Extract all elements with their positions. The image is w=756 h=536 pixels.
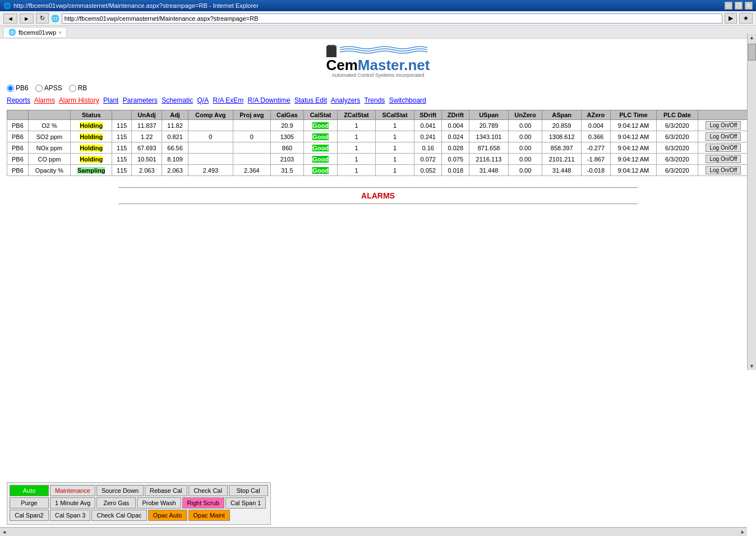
cell-unzero: 0.00 bbox=[508, 142, 542, 154]
check-cal-button[interactable]: Check Cal bbox=[188, 485, 228, 487]
cell-scalstat: 1 bbox=[376, 142, 414, 154]
nav-alarms[interactable]: Alarms bbox=[34, 96, 55, 104]
cell-status: Holding bbox=[71, 131, 112, 142]
cell-uspan: 871.658 bbox=[469, 142, 509, 154]
source-down-button[interactable]: Source Down bbox=[96, 485, 144, 487]
tab-bar: 🌐 fbcems01vwp × bbox=[0, 26, 756, 39]
cell-plc-date: 6/3/2020 bbox=[657, 131, 698, 142]
scroll-down-arrow[interactable]: ▼ bbox=[748, 362, 755, 370]
stop-cal-button[interactable]: Stop Cal bbox=[229, 485, 268, 487]
cell-proj-avg bbox=[233, 142, 271, 154]
browser-title: http://fbcems01vwp/cemmasternet/Maintena… bbox=[13, 2, 259, 9]
cell-aspan: 2101.211 bbox=[542, 154, 582, 165]
cell-col4: 115 bbox=[112, 120, 132, 131]
tab-label: fbcems01vwp bbox=[19, 29, 56, 36]
maintenance-button[interactable]: Maintenance bbox=[50, 485, 95, 487]
nav-ra-downtime[interactable]: R/A Downtime bbox=[248, 96, 291, 104]
cell-plc-time: 9:04:12 AM bbox=[610, 142, 656, 154]
nav-reports[interactable]: Reports bbox=[7, 96, 30, 104]
auto-button[interactable]: Auto bbox=[10, 485, 49, 487]
nav-switchboard[interactable]: Switchboard bbox=[389, 96, 426, 104]
close-button[interactable]: ✕ bbox=[745, 2, 753, 10]
status-badge: Holding bbox=[80, 145, 103, 151]
nav-status-edit[interactable]: Status Edit bbox=[294, 96, 327, 104]
log-on-off-button[interactable]: Log On/Off bbox=[706, 121, 741, 130]
radio-rb-label[interactable]: RB bbox=[69, 84, 87, 92]
table-row: PB6 Opacity % Sampling 115 2.063 2.063 2… bbox=[7, 165, 749, 176]
restore-button[interactable]: ❐ bbox=[735, 2, 743, 10]
cell-unadj: 1.22 bbox=[132, 131, 162, 142]
go-button[interactable]: ▶ bbox=[725, 13, 737, 24]
calstat-badge: Good bbox=[312, 133, 329, 140]
radio-apss[interactable] bbox=[35, 85, 43, 92]
nav-analyzers[interactable]: Analyzers bbox=[331, 96, 361, 104]
radio-apss-label[interactable]: APSS bbox=[35, 84, 62, 92]
log-on-off-button[interactable]: Log On/Off bbox=[706, 166, 741, 174]
refresh-button[interactable]: ↻ bbox=[36, 13, 49, 24]
forward-button[interactable]: ► bbox=[20, 13, 34, 24]
cell-site: PB6 bbox=[7, 120, 29, 131]
radio-pb6-label[interactable]: PB6 bbox=[7, 84, 29, 92]
scroll-thumb[interactable] bbox=[748, 44, 756, 61]
nav-ra-exem[interactable]: R/A ExEm bbox=[213, 96, 244, 104]
scrollbar-right[interactable]: ▲ ▼ bbox=[747, 34, 756, 370]
rebase-cal-button[interactable]: Rebase Cal bbox=[145, 485, 187, 487]
cell-zcalstat: 1 bbox=[337, 120, 375, 131]
cell-adj: 66.56 bbox=[162, 142, 188, 154]
cell-aspan: 1308.612 bbox=[542, 131, 582, 142]
cell-site: PB6 bbox=[7, 142, 29, 154]
cell-plc-time: 9:04:12 AM bbox=[610, 154, 656, 165]
calstat-badge: Good bbox=[312, 167, 329, 174]
scroll-up-arrow[interactable]: ▲ bbox=[748, 34, 755, 41]
nav-alarm-history[interactable]: Alarm History bbox=[59, 96, 99, 104]
cell-uspan: 20.789 bbox=[469, 120, 509, 131]
nav-trends[interactable]: Trends bbox=[364, 96, 385, 104]
cell-adj: 8.109 bbox=[162, 154, 188, 165]
tab-close-button[interactable]: × bbox=[58, 30, 61, 35]
th-calgas: CalGas bbox=[270, 110, 304, 120]
radio-pb6[interactable] bbox=[7, 85, 14, 92]
cell-col4: 115 bbox=[112, 142, 132, 154]
nav-qa[interactable]: Q/A bbox=[197, 96, 209, 104]
cell-action[interactable]: Log On/Off bbox=[698, 142, 749, 154]
radio-apss-text: APSS bbox=[44, 84, 62, 92]
nav-parameters[interactable]: Parameters bbox=[123, 96, 158, 104]
minimize-button[interactable]: — bbox=[725, 2, 732, 10]
cell-param: O2 % bbox=[28, 120, 70, 131]
cell-action[interactable]: Log On/Off bbox=[698, 131, 749, 142]
cell-scalstat: 1 bbox=[376, 154, 414, 165]
radio-rb[interactable] bbox=[69, 85, 76, 92]
log-on-off-button[interactable]: Log On/Off bbox=[706, 144, 741, 152]
cell-site: PB6 bbox=[7, 154, 29, 165]
cell-sdrift: 0.072 bbox=[414, 154, 442, 165]
browser-toolbar: ◄ ► ↻ 🌐 ▶ ★ bbox=[0, 11, 756, 26]
cell-zdrift: 0.028 bbox=[442, 142, 469, 154]
cell-action[interactable]: Log On/Off bbox=[698, 154, 749, 165]
table-body: PB6 O2 % Holding 115 11.837 11.82 20.9 G… bbox=[7, 120, 749, 176]
cell-zdrift: 0.024 bbox=[442, 131, 469, 142]
cell-unadj: 11.837 bbox=[132, 120, 162, 131]
cell-action[interactable]: Log On/Off bbox=[698, 120, 749, 131]
logo-net: .net bbox=[404, 57, 430, 73]
cell-aspan: 31.448 bbox=[542, 165, 582, 176]
cell-action[interactable]: Log On/Off bbox=[698, 165, 749, 176]
nav-plant[interactable]: Plant bbox=[103, 96, 118, 104]
logo-cem: Cem bbox=[326, 57, 358, 73]
browser-tab[interactable]: 🌐 fbcems01vwp × bbox=[3, 27, 67, 37]
nav-schematic[interactable]: Schematic bbox=[162, 96, 193, 104]
log-on-off-button[interactable]: Log On/Off bbox=[706, 155, 741, 163]
cell-uspan: 1343.101 bbox=[469, 131, 509, 142]
cell-unzero: 0.00 bbox=[508, 131, 542, 142]
back-button[interactable]: ◄ bbox=[3, 13, 17, 24]
cell-param: SO2 ppm bbox=[28, 131, 70, 142]
cell-zcalstat: 1 bbox=[337, 131, 375, 142]
titlebar-controls[interactable]: — ❐ ✕ bbox=[725, 2, 753, 10]
log-on-off-button[interactable]: Log On/Off bbox=[706, 132, 741, 141]
cell-aspan: 858.397 bbox=[542, 142, 582, 154]
cell-col4: 115 bbox=[112, 154, 132, 165]
radio-rb-text: RB bbox=[78, 84, 87, 92]
favorites-button[interactable]: ★ bbox=[739, 13, 753, 24]
cell-comp-avg: 0 bbox=[188, 131, 233, 142]
cell-status: Sampling bbox=[71, 165, 112, 176]
address-bar[interactable] bbox=[62, 13, 722, 24]
